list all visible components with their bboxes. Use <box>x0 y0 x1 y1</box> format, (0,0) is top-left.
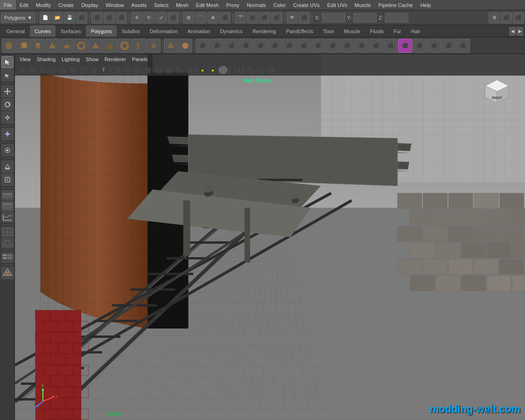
tab-surfaces[interactable]: Surfaces <box>56 25 85 37</box>
shelf-edge[interactable]: ⬛ <box>427 39 441 53</box>
shelf-platonic[interactable] <box>164 39 178 53</box>
select-tool-left[interactable] <box>1 56 14 68</box>
vp-show-normals[interactable]: ⬛ <box>78 66 88 74</box>
menu-modify[interactable]: Modify <box>32 0 55 10</box>
menu-muscle[interactable]: Muscle <box>351 0 375 10</box>
vp-component-btn[interactable]: ⬛ <box>133 66 142 74</box>
tab-animation[interactable]: Animation <box>183 25 215 37</box>
vp-show[interactable]: Show <box>83 56 102 63</box>
vp-object-btn[interactable]: ⬛ <box>123 66 132 74</box>
vp-renderer[interactable]: Renderer <box>102 56 129 63</box>
shelf-extract[interactable]: ⬛ <box>224 39 238 53</box>
menu-pipeline-cache[interactable]: Pipeline Cache <box>375 0 417 10</box>
shelf-sculpt2[interactable]: ⬛ <box>384 39 398 53</box>
shelf-plane[interactable] <box>60 39 74 53</box>
vp-light2-icon[interactable]: ● <box>208 66 217 74</box>
help-quick-btn[interactable]: ⬛ <box>501 12 512 23</box>
vp-hud-btn[interactable]: ⬛ <box>245 66 255 74</box>
x-input[interactable] <box>322 13 345 22</box>
tab-muscle[interactable]: Muscle <box>339 25 365 37</box>
show-hide-btn[interactable]: 👁 <box>287 12 298 23</box>
vp-wireframe-btn[interactable]: ⬛ <box>27 66 36 74</box>
snap-tool-left[interactable] <box>1 161 14 173</box>
display-layer-left[interactable] <box>1 190 14 200</box>
paint-brush-left[interactable] <box>1 144 14 156</box>
menu-select[interactable]: Select <box>150 0 172 10</box>
rotate-tool-left[interactable] <box>1 98 14 111</box>
new-file-btn[interactable]: 📄 <box>40 12 51 23</box>
vp-deform-btn[interactable]: ⬛ <box>164 66 173 74</box>
shelf-prism[interactable] <box>89 39 103 53</box>
menu-edit-mesh[interactable]: Edit Mesh <box>192 0 223 10</box>
shelf-sculpt[interactable]: ⬛ <box>369 39 383 53</box>
render-btn[interactable]: 🎬 <box>235 12 246 23</box>
rotate-btn[interactable]: ↻ <box>143 12 154 23</box>
tab-curves[interactable]: Curves <box>30 25 56 37</box>
y-input[interactable] <box>353 13 377 22</box>
feedback-btn[interactable]: ⬛ <box>513 12 524 23</box>
shelf-reduce[interactable]: ⬛ <box>326 39 340 53</box>
vp-shading[interactable]: Shading <box>34 56 58 63</box>
vp-light-icon[interactable]: ● <box>198 66 207 74</box>
shelf-boolean[interactable]: ⬛ <box>239 39 253 53</box>
render-settings-btn[interactable]: ⬛ <box>259 12 270 23</box>
menu-help[interactable]: Help <box>417 0 435 10</box>
persp-view-left[interactable] <box>1 238 14 248</box>
shelf-subdiv-sphere[interactable] <box>178 39 192 53</box>
menu-assets[interactable]: Assets <box>127 0 150 10</box>
shelf-torus[interactable] <box>74 39 88 53</box>
save-btn[interactable]: 💾 <box>64 12 75 23</box>
settings-btn[interactable]: ⚙ <box>489 12 500 23</box>
anim-layer-left[interactable] <box>1 212 14 223</box>
snap-surface-btn[interactable]: ⬛ <box>219 12 231 23</box>
snap2-tool-left[interactable] <box>1 174 14 186</box>
scale-btn[interactable]: ⤢ <box>155 12 167 23</box>
vp-select-btn[interactable]: ⬛ <box>17 66 26 74</box>
shelf-triangulate[interactable]: ⬛ <box>268 39 282 53</box>
vp-shade-btn[interactable]: ⬛ <box>256 66 265 74</box>
shelf-pipe[interactable] <box>118 39 132 53</box>
vp-light3-icon[interactable] <box>218 66 228 74</box>
tab-polygons[interactable]: Polygons <box>86 25 116 37</box>
shelf-uv[interactable]: ⬛ <box>456 39 470 53</box>
vp-light-btn[interactable]: ⬛ <box>68 66 77 74</box>
shelf-separate[interactable]: ⬛ <box>210 39 224 53</box>
tab-general[interactable]: General <box>2 25 29 37</box>
move-tool-left[interactable] <box>1 85 14 98</box>
open-btn[interactable]: 📂 <box>52 12 63 23</box>
menu-window[interactable]: Window <box>102 0 127 10</box>
paint-select-btn[interactable]: ⬛ <box>116 12 127 23</box>
shelf-sphere[interactable] <box>2 39 16 53</box>
vp-fluids-btn[interactable]: ⬛ <box>184 66 194 74</box>
show-manipulator-left[interactable] <box>1 128 14 140</box>
vp-snap-btn[interactable]: ⬛ <box>232 66 241 74</box>
tab-toon[interactable]: Toon <box>318 25 339 37</box>
tab-scroll-right[interactable]: ▶ <box>517 27 523 35</box>
vp-dynamics-btn[interactable]: ⬛ <box>174 66 183 74</box>
shelf-cleanup[interactable]: ⬛ <box>355 39 369 53</box>
vp-gate-btn[interactable]: T <box>99 66 108 74</box>
select-tool-btn[interactable]: ⬛ <box>91 12 103 23</box>
shelf-vertex[interactable]: ⬛ <box>413 39 427 53</box>
shelf-cylinder[interactable] <box>31 39 45 53</box>
vp-view[interactable]: View <box>17 56 34 63</box>
shelf-quads[interactable]: ⬛ <box>282 39 296 53</box>
channel-box-left[interactable] <box>1 252 14 263</box>
tab-fluids[interactable]: Fluids <box>365 25 388 37</box>
view-cube[interactable]: RIGHT <box>483 77 511 105</box>
vp-smooth-btn[interactable]: ⬛ <box>37 66 47 74</box>
lasso-tool-btn[interactable]: ⬛ <box>104 12 115 23</box>
quick-layout-left[interactable] <box>1 227 14 237</box>
tab-rendering[interactable]: Rendering <box>248 25 281 37</box>
tab-deformation[interactable]: Deformation <box>145 25 182 37</box>
anim-btn[interactable]: ⬛ <box>271 12 282 23</box>
vp-texture-btn[interactable]: ⬛ <box>58 66 67 74</box>
shelf-fill-hole[interactable]: ⬛ <box>311 39 325 53</box>
viewport[interactable]: View Shading Lighting Show Renderer Pane… <box>15 54 525 420</box>
menu-display[interactable]: Display <box>77 0 102 10</box>
tab-scroll-left[interactable]: ◀ <box>509 27 516 35</box>
shelf-smooth[interactable]: ⬛ <box>253 39 267 53</box>
vp-subdiv-btn[interactable]: ⬛ <box>154 66 163 74</box>
tab-painteffects[interactable]: PaintEffects <box>281 25 318 37</box>
shelf-pyramid[interactable] <box>103 39 117 53</box>
